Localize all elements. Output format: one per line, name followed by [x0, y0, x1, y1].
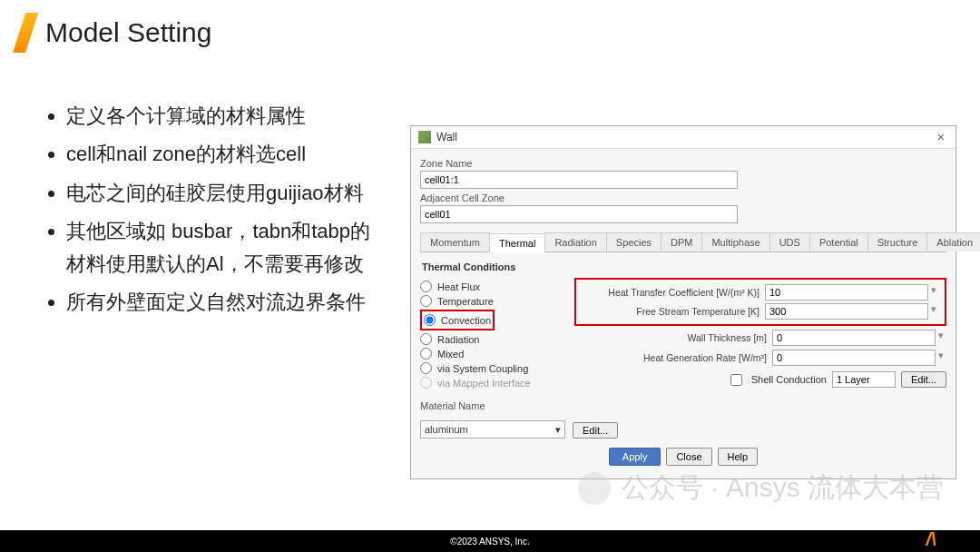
- radio-mixed[interactable]: Mixed: [420, 348, 574, 360]
- zone-name-label: Zone Name: [420, 158, 946, 169]
- heat-gen-label: Heat Generation Rate [W/m³]: [574, 352, 772, 363]
- page-title: Model Setting: [45, 17, 211, 48]
- tab-ablation[interactable]: Ablation: [926, 232, 980, 251]
- radio-via-system[interactable]: via System Coupling: [420, 362, 574, 374]
- adjacent-zone-input[interactable]: [420, 205, 738, 223]
- shell-conduction-checkbox[interactable]: [730, 374, 742, 386]
- chevron-down-icon: ▾: [555, 424, 561, 436]
- fst-label: Free Stream Temperature [K]: [582, 306, 765, 317]
- radio-convection-highlight: Convection: [420, 310, 495, 330]
- chevron-down-icon[interactable]: ▾: [928, 284, 939, 301]
- tab-structure[interactable]: Structure: [867, 232, 928, 251]
- watermark: 公众号 · Ansys 流体大本营: [578, 469, 944, 507]
- bullet-item: 所有外壁面定义自然对流边界条件: [66, 286, 386, 319]
- radio-temperature[interactable]: Temperature: [420, 295, 574, 307]
- radio-convection[interactable]: Convection: [424, 314, 491, 326]
- shell-conduction-label: Shell Conduction: [751, 374, 827, 385]
- radio-via-mapped: via Mapped Interface: [420, 377, 574, 389]
- wechat-icon: [578, 472, 611, 505]
- fst-input[interactable]: [765, 303, 928, 320]
- accent-bar: [13, 13, 38, 53]
- tab-radiation[interactable]: Radiation: [544, 232, 606, 251]
- zone-name-input[interactable]: [420, 171, 738, 189]
- wall-icon: [418, 131, 431, 143]
- tab-thermal[interactable]: Thermal: [489, 233, 545, 252]
- htc-label: Heat Transfer Coefficient [W/(m² K)]: [582, 287, 765, 298]
- tab-multiphase[interactable]: Multiphase: [701, 232, 769, 251]
- wall-thickness-label: Wall Thickness [m]: [574, 332, 772, 343]
- wall-thickness-input[interactable]: [772, 330, 936, 346]
- bullet-item: 定义各个计算域的材料属性: [66, 100, 386, 133]
- tab-dpm[interactable]: DPM: [661, 232, 702, 251]
- thermal-radio-group: Heat Flux Temperature Convection Radiati…: [420, 278, 574, 393]
- help-button[interactable]: Help: [718, 448, 759, 466]
- heat-gen-input[interactable]: [772, 350, 936, 366]
- tab-uds[interactable]: UDS: [769, 232, 810, 251]
- close-icon[interactable]: ×: [934, 130, 948, 144]
- bullet-item: 其他区域如 busbar，tabn和tabp的材料使用默认的Al，不需要再修改: [66, 215, 386, 281]
- edit-material-button[interactable]: Edit...: [573, 422, 618, 439]
- thermal-conditions-title: Thermal Conditions: [422, 261, 946, 272]
- tab-momentum[interactable]: Momentum: [420, 232, 490, 251]
- copyright: ©2023 ANSYS, Inc.: [450, 537, 529, 547]
- ansys-logo: /\nsys: [926, 529, 969, 550]
- chevron-down-icon[interactable]: ▾: [928, 303, 939, 320]
- chevron-down-icon[interactable]: ▾: [936, 330, 946, 346]
- apply-button[interactable]: Apply: [609, 448, 662, 466]
- footer-bar: ©2023 ANSYS, Inc.: [0, 530, 980, 552]
- material-select[interactable]: aluminum ▾: [420, 420, 565, 439]
- material-name-label: Material Name: [420, 400, 946, 411]
- close-button[interactable]: Close: [666, 448, 711, 466]
- bullet-item: cell和nail zone的材料选cell: [66, 138, 386, 171]
- bullet-list: 定义各个计算域的材料属性 cell和nail zone的材料选cell 电芯之间…: [50, 100, 386, 325]
- radio-radiation[interactable]: Radiation: [420, 333, 574, 345]
- htc-input[interactable]: [765, 284, 928, 301]
- radio-heat-flux[interactable]: Heat Flux: [420, 281, 574, 292]
- tab-species[interactable]: Species: [606, 232, 662, 251]
- dialog-title: Wall: [436, 131, 934, 143]
- params-highlight: Heat Transfer Coefficient [W/(m² K)] ▾ F…: [574, 278, 946, 326]
- bullet-item: 电芯之间的硅胶层使用guijiao材料: [66, 177, 386, 210]
- tab-bar: Momentum Thermal Radiation Species DPM M…: [420, 232, 946, 252]
- tab-potential[interactable]: Potential: [809, 232, 868, 251]
- chevron-down-icon[interactable]: ▾: [936, 350, 946, 366]
- edit-layers-button[interactable]: Edit...: [901, 371, 946, 388]
- wall-dialog: Wall × Zone Name Adjacent Cell Zone Mome…: [410, 125, 956, 479]
- layer-input[interactable]: [832, 371, 896, 388]
- adjacent-zone-label: Adjacent Cell Zone: [420, 192, 946, 203]
